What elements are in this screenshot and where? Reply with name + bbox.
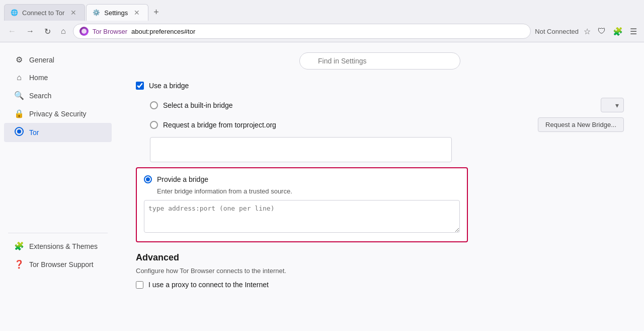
provide-bridge-radio[interactable] — [144, 175, 152, 183]
sidebar-item-support[interactable]: ❓ Tor Browser Support — [4, 255, 112, 273]
settings-tab-close[interactable]: ✕ — [132, 8, 142, 18]
sidebar-label-home: Home — [29, 74, 48, 82]
support-icon: ❓ — [14, 259, 24, 269]
settings-tab-icon: ⚙️ — [93, 9, 100, 16]
advanced-desc: Configure how Tor Browser connects to th… — [136, 267, 624, 275]
select-bridge-label: Select a built-in bridge — [163, 101, 233, 109]
sidebar-item-privacy[interactable]: 🔒 Privacy & Security — [4, 105, 112, 122]
use-bridge-label: Use a bridge — [149, 82, 189, 90]
sidebar-label-support: Tor Browser Support — [29, 260, 94, 269]
provide-bridge-desc: Enter bridge information from a trusted … — [144, 187, 460, 195]
menu-button[interactable]: ☰ — [628, 25, 639, 38]
sidebar-item-search[interactable]: 🔍 Search — [4, 87, 112, 104]
content-area: 🔍 Use a bridge Select a built-in bridge — [116, 42, 644, 329]
settings-tab-label: Settings — [104, 9, 128, 17]
request-bridge-radio[interactable] — [150, 121, 158, 129]
connect-tab-label: Connect to Tor — [22, 9, 64, 17]
bridge-address-textarea[interactable] — [144, 200, 460, 233]
sidebar-item-extensions[interactable]: 🧩 Extensions & Themes — [4, 237, 112, 255]
home-button[interactable]: ⌂ — [58, 25, 69, 38]
use-bridge-checkbox[interactable] — [136, 82, 144, 90]
sidebar-label-search: Search — [29, 92, 51, 100]
bookmark-button[interactable]: ☆ — [582, 25, 593, 38]
request-bridge-row: Request a bridge from torproject.org Req… — [136, 117, 624, 132]
tab-bar: 🌐 Connect to Tor ✕ ⚙️ Settings ✕ + — [0, 0, 644, 21]
provide-bridge-label: Provide a bridge — [157, 175, 208, 183]
tor-icon — [79, 27, 89, 36]
lock-icon: 🔒 — [14, 109, 24, 118]
forward-button[interactable]: → — [23, 25, 37, 38]
search-icon: 🔍 — [14, 91, 24, 100]
nav-bar: ← → ↻ ⌂ Tor Browser about:preferences#to… — [0, 21, 644, 42]
proxy-label: I use a proxy to connect to the Internet — [148, 281, 269, 289]
connect-tab-icon: 🌐 — [11, 9, 18, 16]
sidebar-label-tor: Tor — [29, 128, 39, 137]
back-button[interactable]: ← — [5, 25, 19, 38]
sidebar: ⚙ General ⌂ Home 🔍 Search 🔒 Privacy & Se… — [0, 42, 116, 329]
address-bar[interactable]: Tor Browser about:preferences#tor — [73, 24, 531, 39]
proxy-checkbox[interactable] — [136, 281, 143, 289]
extensions-icon: 🧩 — [14, 241, 24, 251]
sidebar-item-general[interactable]: ⚙ General — [4, 51, 112, 69]
use-bridge-row: Use a bridge — [136, 82, 624, 90]
general-icon: ⚙ — [14, 55, 24, 64]
connection-status: Not Connected — [535, 28, 579, 35]
provide-bridge-header: Provide a bridge — [144, 175, 460, 183]
home-icon: ⌂ — [14, 73, 24, 82]
address-text: about:preferences#tor — [131, 28, 524, 35]
select-bridge-radio[interactable] — [150, 101, 158, 109]
sidebar-label-extensions: Extensions & Themes — [29, 242, 98, 250]
bridge-settings-section: Use a bridge Select a built-in bridge — [136, 82, 624, 242]
advanced-section: Advanced Configure how Tor Browser conne… — [136, 252, 624, 289]
find-settings-input[interactable] — [299, 52, 460, 70]
nav-actions: Not Connected ☆ 🛡 🧩 ☰ — [535, 25, 639, 38]
sidebar-label-privacy: Privacy & Security — [29, 110, 87, 118]
tab-connect[interactable]: 🌐 Connect to Tor ✕ — [4, 4, 85, 21]
select-bridge-left: Select a built-in bridge — [150, 101, 233, 109]
request-bridge-label: Request a bridge from torproject.org — [163, 121, 276, 129]
sidebar-item-tor[interactable]: Tor — [4, 123, 112, 142]
new-tab-button[interactable]: + — [149, 5, 163, 20]
main-layout: ⚙ General ⌂ Home 🔍 Search 🔒 Privacy & Se… — [0, 42, 644, 329]
tor-browser-label: Tor Browser — [93, 28, 127, 35]
tab-settings[interactable]: ⚙️ Settings ✕ — [86, 4, 148, 21]
bridge-select[interactable] — [601, 98, 624, 112]
reload-button[interactable]: ↻ — [41, 25, 54, 38]
browser-chrome: 🌐 Connect to Tor ✕ ⚙️ Settings ✕ + ← → ↻… — [0, 0, 644, 42]
extension-button[interactable]: 🧩 — [611, 25, 625, 38]
connect-tab-close[interactable]: ✕ — [68, 8, 78, 18]
bridge-info-textarea-plain[interactable] — [150, 137, 452, 162]
bridge-dropdown-wrapper — [601, 98, 624, 112]
request-bridge-left: Request a bridge from torproject.org — [150, 121, 276, 129]
sidebar-divider — [8, 233, 108, 233]
tor-nav-icon — [14, 127, 24, 138]
request-new-bridge-button[interactable]: Request a New Bridge... — [538, 117, 624, 132]
provide-bridge-box: Provide a bridge Enter bridge informatio… — [136, 167, 468, 242]
svg-point-1 — [17, 129, 21, 134]
select-bridge-row: Select a built-in bridge — [136, 98, 624, 112]
find-settings-bar: 🔍 — [136, 52, 624, 70]
sidebar-item-home[interactable]: ⌂ Home — [4, 69, 112, 86]
shield-button[interactable]: 🛡 — [596, 25, 608, 38]
find-input-wrap: 🔍 — [299, 52, 460, 70]
sidebar-label-general: General — [29, 56, 54, 64]
advanced-heading: Advanced — [136, 252, 624, 263]
proxy-row: I use a proxy to connect to the Internet — [136, 281, 624, 289]
